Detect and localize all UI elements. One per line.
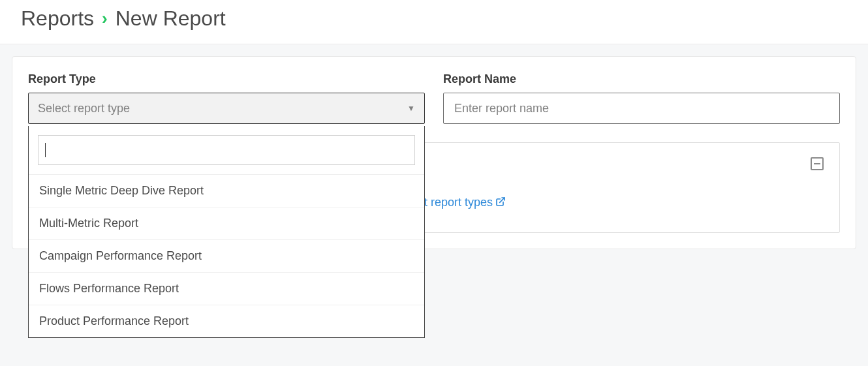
- report-type-dropdown: Single Metric Deep Dive Report Multi-Met…: [28, 126, 425, 338]
- report-card: Report Type Select report type ▼ Single …: [12, 56, 856, 249]
- dropdown-option[interactable]: Single Metric Deep Dive Report: [29, 174, 424, 207]
- form-row: Report Type Select report type ▼ Single …: [28, 72, 840, 124]
- dropdown-option[interactable]: Product Performance Report: [29, 305, 424, 337]
- breadcrumb-root[interactable]: Reports: [21, 7, 94, 31]
- text-cursor-icon: [45, 143, 46, 157]
- svg-line-0: [500, 198, 504, 202]
- caret-down-icon: ▼: [407, 104, 415, 113]
- report-type-placeholder: Select report type: [38, 102, 130, 115]
- dropdown-option[interactable]: Flows Performance Report: [29, 272, 424, 305]
- breadcrumb-current: New Report: [116, 7, 226, 31]
- external-link-icon: [495, 196, 506, 209]
- collapse-icon[interactable]: [811, 157, 824, 170]
- dropdown-option[interactable]: Multi-Metric Report: [29, 207, 424, 239]
- report-name-label: Report Name: [443, 72, 840, 86]
- minus-icon: [814, 163, 820, 164]
- dropdown-option[interactable]: Campaign Performance Report: [29, 239, 424, 272]
- dropdown-search-input[interactable]: [38, 135, 415, 165]
- chevron-right-icon: ›: [102, 8, 108, 29]
- main-area: Report Type Select report type ▼ Single …: [0, 44, 868, 366]
- report-name-input[interactable]: [443, 93, 840, 124]
- breadcrumb: Reports › New Report: [0, 0, 868, 44]
- report-name-group: Report Name: [443, 72, 840, 124]
- dropdown-search-wrap: [29, 126, 424, 174]
- report-type-label: Report Type: [28, 72, 425, 86]
- report-type-select[interactable]: Select report type ▼: [28, 93, 425, 124]
- report-type-group: Report Type Select report type ▼ Single …: [28, 72, 425, 124]
